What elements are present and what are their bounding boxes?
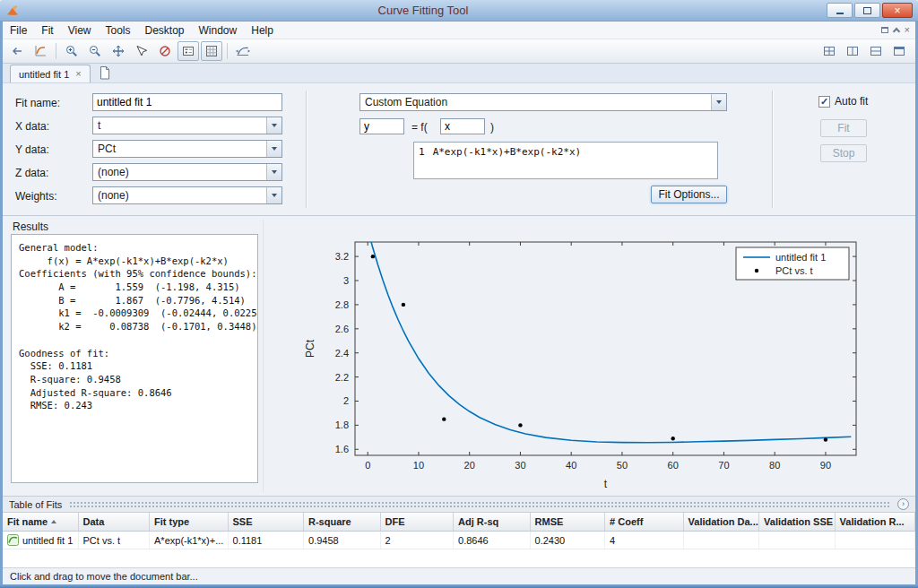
cell-sse: 0.1181 [229, 532, 305, 549]
close-panel-icon[interactable]: × [905, 25, 910, 35]
y-data-select[interactable]: PCt [92, 140, 282, 158]
panel-separator [306, 91, 307, 208]
table-header-row: Fit name Data Fit type SSE R-square DFE … [3, 513, 915, 532]
grid-toggle-icon[interactable] [201, 41, 222, 61]
legend-toggle-icon[interactable] [178, 41, 199, 61]
toolbar [3, 39, 915, 64]
stop-button[interactable]: Stop [820, 144, 867, 162]
column-label: Fit name [7, 516, 48, 527]
zoom-in-icon[interactable] [61, 41, 82, 61]
column-header-adj-r-sq[interactable]: Adj R-sq [454, 513, 531, 531]
fit-plot[interactable]: 01020304050607080901.61.822.22.42.62.833… [265, 216, 909, 496]
column-header-rmse[interactable]: RMSE [531, 513, 606, 531]
new-document-icon[interactable] [99, 65, 111, 81]
fit-button[interactable]: Fit [820, 119, 867, 137]
column-label: # Coeff [610, 516, 643, 527]
cell-num-coeff: 4 [605, 532, 683, 549]
svg-text:2.6: 2.6 [335, 324, 349, 334]
menu-view[interactable]: View [61, 22, 99, 39]
equation-editor[interactable]: 1 A*exp(-k1*x)+B*exp(-k2*x) [413, 142, 718, 179]
weights-select[interactable]: (none) [92, 186, 282, 204]
checkbox-checked-icon: ✓ [818, 96, 830, 108]
new-fit-plot-icon[interactable] [30, 41, 51, 61]
cell-validation-sse [759, 532, 836, 549]
tab-untitled-fit-1[interactable]: untitled fit 1 × [10, 65, 91, 82]
x-data-value: t [93, 119, 266, 132]
cell-text: PCt vs. t [83, 535, 121, 546]
svg-text:2.2: 2.2 [335, 372, 349, 383]
column-header-num-coeff[interactable]: # Coeff [605, 513, 683, 531]
column-header-r-square[interactable]: R-square [304, 513, 381, 531]
menu-desktop[interactable]: Desktop [138, 22, 192, 39]
dotted-divider [69, 501, 890, 509]
table-row[interactable]: untitled fit 1 PCt vs. t A*exp(-k1*x)+..… [3, 532, 915, 549]
svg-text:1.6: 1.6 [335, 444, 349, 454]
weights-value: (none) [93, 189, 266, 202]
layout-single-icon[interactable] [888, 41, 910, 61]
auto-fit-checkbox[interactable]: ✓ Auto fit [818, 95, 868, 108]
column-label: SSE [233, 516, 253, 527]
column-header-dfe[interactable]: DFE [381, 513, 455, 531]
panel-separator [263, 220, 264, 492]
window-title: Curve Fitting Tool [20, 4, 827, 17]
tab-label: untitled fit 1 [19, 69, 69, 80]
title-bar[interactable]: Curve Fitting Tool × [0, 0, 918, 22]
zoom-out-icon[interactable] [84, 41, 106, 61]
column-header-validation-data[interactable]: Validation Da... [684, 513, 760, 531]
svg-text:3.2: 3.2 [335, 251, 349, 262]
minimize-button[interactable] [827, 3, 853, 18]
cell-text: 4 [610, 535, 615, 546]
cell-rmse: 0.2430 [531, 532, 606, 549]
data-cursor-icon[interactable] [131, 41, 152, 61]
equation-line-number: 1 [419, 146, 425, 175]
window-frame-left [0, 22, 3, 584]
column-label: R-square [308, 516, 351, 527]
z-data-select[interactable]: (none) [92, 163, 282, 181]
undock-icon[interactable] [881, 27, 888, 33]
layout-columns-icon[interactable] [842, 41, 863, 61]
svg-text:3: 3 [343, 275, 349, 286]
column-header-validation-sse[interactable]: Validation SSE [759, 513, 836, 531]
fit-options-button[interactable]: Fit Options... [651, 186, 727, 203]
svg-text:2.4: 2.4 [335, 348, 349, 359]
fit-type-select[interactable]: Custom Equation [359, 93, 727, 111]
table-of-fits-header-bar[interactable]: Table of Fits › [3, 496, 915, 513]
maximize-button[interactable] [854, 3, 880, 18]
menu-fit[interactable]: Fit [34, 22, 60, 39]
column-label: Validation SSE [764, 516, 833, 527]
svg-text:90: 90 [820, 460, 831, 471]
dependent-variable-input[interactable] [359, 118, 404, 134]
column-header-sse[interactable]: SSE [229, 513, 305, 531]
menu-tools[interactable]: Tools [98, 22, 137, 39]
pan-icon[interactable] [108, 41, 129, 61]
weights-label: Weights: [15, 190, 56, 203]
menu-window[interactable]: Window [192, 22, 245, 39]
chevron-down-icon [266, 164, 281, 180]
exclude-outliers-icon[interactable] [154, 41, 176, 61]
collapse-panel-icon[interactable]: › [897, 498, 909, 510]
svg-text:10: 10 [413, 460, 424, 471]
chevron-down-icon [266, 141, 281, 157]
column-header-data[interactable]: Data [79, 513, 151, 531]
independent-variable-input[interactable] [440, 118, 485, 134]
cell-adj-r-sq: 0.8646 [454, 532, 531, 549]
cell-text: 0.2430 [535, 535, 566, 546]
toolbar-separator [56, 43, 56, 59]
menu-help[interactable]: Help [244, 22, 281, 39]
tab-close-icon[interactable]: × [75, 69, 81, 79]
column-header-fit-type[interactable]: Fit type [150, 513, 228, 531]
close-button[interactable]: × [882, 3, 913, 18]
x-data-select[interactable]: t [92, 117, 282, 134]
adjust-axes-limits-icon[interactable] [232, 41, 254, 61]
cell-validation-data [684, 532, 760, 549]
back-arrow-icon[interactable] [6, 41, 28, 61]
fit-name-input[interactable] [92, 93, 282, 111]
collapse-panel-chevron-icon[interactable] [892, 28, 899, 35]
svg-text:2: 2 [343, 395, 349, 406]
column-header-fit-name[interactable]: Fit name [3, 513, 79, 531]
layout-rows-icon[interactable] [865, 41, 887, 61]
column-header-validation-rmse[interactable]: Validation R... [836, 513, 915, 531]
layout-grid-icon[interactable] [818, 41, 840, 61]
svg-text:50: 50 [617, 460, 628, 471]
menu-file[interactable]: File [3, 22, 34, 39]
